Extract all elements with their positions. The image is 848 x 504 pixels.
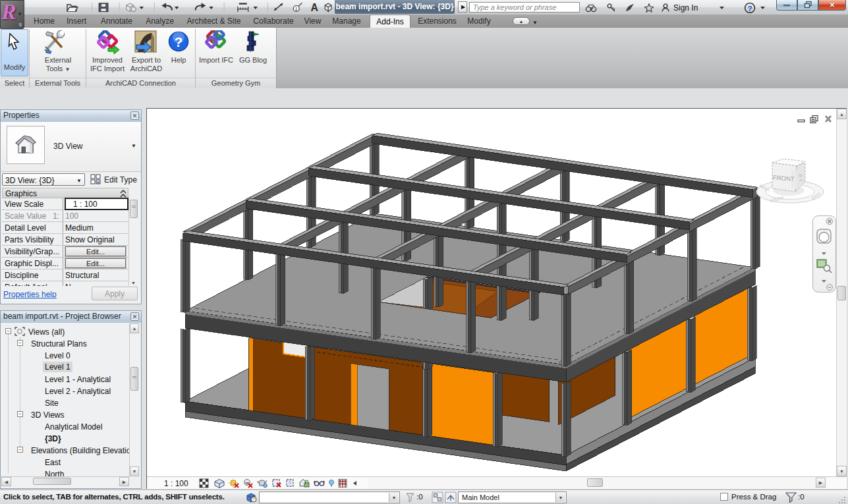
svg-text:?: ? <box>748 5 752 13</box>
svg-text:A: A <box>310 2 318 13</box>
svg-text:FRONT: FRONT <box>773 174 795 182</box>
svg-text::6·1: :6·1 <box>797 173 805 182</box>
svg-text:1: 1 <box>295 6 298 12</box>
svg-text:?: ? <box>175 34 183 49</box>
svg-text:Sign In: Sign In <box>673 3 698 13</box>
